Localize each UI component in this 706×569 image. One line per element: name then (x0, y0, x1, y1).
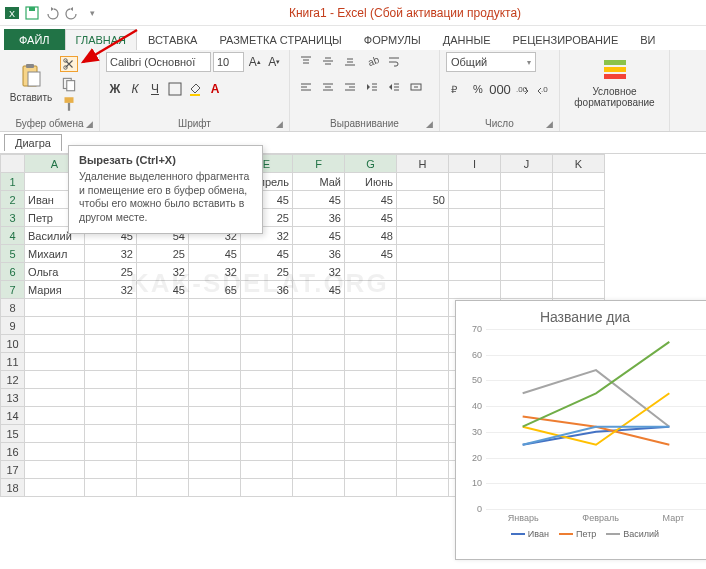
italic-button[interactable]: К (126, 80, 144, 98)
bold-button[interactable]: Ж (106, 80, 124, 98)
merge-button[interactable] (406, 78, 426, 96)
cell-E10[interactable] (241, 335, 293, 353)
cell-H6[interactable] (397, 263, 449, 281)
row-header-13[interactable]: 13 (1, 389, 25, 407)
row-header-12[interactable]: 12 (1, 371, 25, 389)
row-header-10[interactable]: 10 (1, 335, 25, 353)
cell-H16[interactable] (397, 443, 449, 461)
cell-G3[interactable]: 45 (345, 209, 397, 227)
cell-C8[interactable] (137, 299, 189, 317)
cell-D13[interactable] (189, 389, 241, 407)
cell-D6[interactable]: 32 (189, 263, 241, 281)
row-header-8[interactable]: 8 (1, 299, 25, 317)
column-header-F[interactable]: F (293, 155, 345, 173)
cell-I2[interactable] (449, 191, 501, 209)
cell-G14[interactable] (345, 407, 397, 425)
cell-C15[interactable] (137, 425, 189, 443)
cell-F5[interactable]: 36 (293, 245, 345, 263)
column-header-K[interactable]: K (553, 155, 605, 173)
conditional-formatting-button[interactable]: Условное форматирование (566, 52, 663, 112)
cell-C7[interactable]: 45 (137, 281, 189, 299)
dialog-launcher-icon[interactable]: ◢ (426, 119, 433, 129)
name-box[interactable]: Диагра (4, 134, 62, 151)
cell-G8[interactable] (345, 299, 397, 317)
cell-D8[interactable] (189, 299, 241, 317)
cell-B7[interactable]: 32 (85, 281, 137, 299)
cell-E15[interactable] (241, 425, 293, 443)
grow-font-button[interactable]: A▴ (246, 53, 263, 71)
cell-D17[interactable] (189, 461, 241, 479)
tab-view[interactable]: ВИ (629, 29, 666, 50)
cell-D12[interactable] (189, 371, 241, 389)
row-header-15[interactable]: 15 (1, 425, 25, 443)
cell-A7[interactable]: Мария (25, 281, 85, 299)
row-header-4[interactable]: 4 (1, 227, 25, 245)
cell-B14[interactable] (85, 407, 137, 425)
cell-H7[interactable] (397, 281, 449, 299)
align-middle-button[interactable] (318, 52, 338, 70)
dialog-launcher-icon[interactable]: ◢ (276, 119, 283, 129)
undo-icon[interactable] (44, 5, 60, 21)
copy-button[interactable] (60, 76, 78, 92)
decrease-indent-button[interactable] (362, 78, 382, 96)
row-header-18[interactable]: 18 (1, 479, 25, 497)
cell-E9[interactable] (241, 317, 293, 335)
row-header-2[interactable]: 2 (1, 191, 25, 209)
cell-B12[interactable] (85, 371, 137, 389)
cell-F11[interactable] (293, 353, 345, 371)
cell-A14[interactable] (25, 407, 85, 425)
cell-C9[interactable] (137, 317, 189, 335)
number-format-combo[interactable]: Общий▾ (446, 52, 536, 72)
qat-dropdown-icon[interactable]: ▾ (84, 5, 100, 21)
cell-J4[interactable] (501, 227, 553, 245)
cell-G2[interactable]: 45 (345, 191, 397, 209)
cell-K6[interactable] (553, 263, 605, 281)
align-bottom-button[interactable] (340, 52, 360, 70)
cell-G5[interactable]: 45 (345, 245, 397, 263)
cell-G7[interactable] (345, 281, 397, 299)
fill-color-button[interactable] (186, 80, 204, 98)
wrap-text-button[interactable] (384, 52, 404, 70)
row-header-3[interactable]: 3 (1, 209, 25, 227)
cell-J5[interactable] (501, 245, 553, 263)
comma-button[interactable]: 000 (490, 80, 510, 98)
cell-F8[interactable] (293, 299, 345, 317)
cell-K7[interactable] (553, 281, 605, 299)
row-header-16[interactable]: 16 (1, 443, 25, 461)
column-header-I[interactable]: I (449, 155, 501, 173)
cell-G12[interactable] (345, 371, 397, 389)
cell-H10[interactable] (397, 335, 449, 353)
cell-G17[interactable] (345, 461, 397, 479)
cell-E12[interactable] (241, 371, 293, 389)
cell-G6[interactable] (345, 263, 397, 281)
cell-E7[interactable]: 36 (241, 281, 293, 299)
cell-E16[interactable] (241, 443, 293, 461)
tab-page-layout[interactable]: РАЗМЕТКА СТРАНИЦЫ (208, 29, 352, 50)
cell-G9[interactable] (345, 317, 397, 335)
tab-file[interactable]: ФАЙЛ (4, 29, 65, 50)
cell-D10[interactable] (189, 335, 241, 353)
cell-F3[interactable]: 36 (293, 209, 345, 227)
column-header-G[interactable]: G (345, 155, 397, 173)
cell-A16[interactable] (25, 443, 85, 461)
cell-D5[interactable]: 45 (189, 245, 241, 263)
cell-H13[interactable] (397, 389, 449, 407)
cell-F12[interactable] (293, 371, 345, 389)
cell-A13[interactable] (25, 389, 85, 407)
cell-H8[interactable] (397, 299, 449, 317)
cell-I6[interactable] (449, 263, 501, 281)
cell-A9[interactable] (25, 317, 85, 335)
cell-B6[interactable]: 25 (85, 263, 137, 281)
cell-H9[interactable] (397, 317, 449, 335)
cell-J3[interactable] (501, 209, 553, 227)
cell-F1[interactable]: Май (293, 173, 345, 191)
cell-H1[interactable] (397, 173, 449, 191)
cell-G11[interactable] (345, 353, 397, 371)
cell-D11[interactable] (189, 353, 241, 371)
column-header-H[interactable]: H (397, 155, 449, 173)
cell-D14[interactable] (189, 407, 241, 425)
increase-decimal-button[interactable]: .00 (512, 80, 532, 98)
cell-D18[interactable] (189, 479, 241, 497)
cell-B17[interactable] (85, 461, 137, 479)
cell-C13[interactable] (137, 389, 189, 407)
